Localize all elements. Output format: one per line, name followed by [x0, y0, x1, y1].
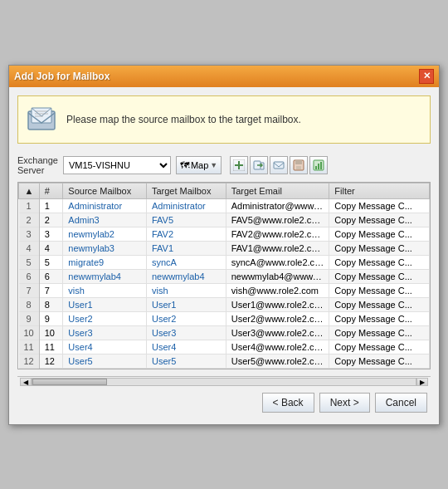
title-bar: Add Job for Mailbox ✕ — [9, 66, 439, 87]
row-target-mailbox: User4 — [146, 340, 226, 354]
row-index: 5 — [39, 255, 63, 269]
row-index: 6 — [39, 269, 63, 283]
toolbar-row: ExchangeServer VM15-VISHNU 🗺 Map ▼ — [17, 155, 431, 175]
row-target-mailbox: Administrator — [146, 198, 226, 213]
table-row[interactable]: 44newmylab3FAV1FAV1@www.role2.comCopy Me… — [19, 241, 430, 255]
close-button[interactable]: ✕ — [419, 69, 434, 84]
row-filter: Copy Message C... — [329, 325, 430, 340]
table-header-row: ▲ # Source Mailbox Target Mailbox Target… — [19, 183, 430, 198]
scroll-right-arrow[interactable]: ▶ — [416, 378, 428, 386]
row-index: 11 — [39, 340, 63, 354]
row-filter: Copy Message C... — [329, 340, 430, 354]
table-row[interactable]: 1212User5User5User5@www.role2.comCopy Me… — [19, 354, 430, 368]
row-index: 1 — [39, 198, 63, 213]
col-source: Source Mailbox — [63, 183, 147, 198]
table-row[interactable]: 1010User3User3User3@www.role2.comCopy Me… — [19, 325, 430, 340]
svg-rect-19 — [320, 162, 322, 169]
row-target-mailbox: User5 — [146, 354, 226, 368]
row-target-email: User3@www.role2.com — [226, 325, 329, 340]
scroll-thumb[interactable] — [32, 379, 107, 385]
table-row[interactable]: 11AdministratorAdministratorAdministrato… — [19, 198, 430, 213]
back-button[interactable]: < Back — [262, 393, 314, 413]
next-button[interactable]: Next > — [319, 393, 370, 413]
row-target-mailbox: newwmylab4 — [146, 269, 226, 283]
toolbar-icon-4[interactable] — [290, 156, 308, 174]
exchange-server-label: ExchangeServer — [17, 155, 58, 175]
row-filter: Copy Message C... — [329, 213, 430, 227]
dropdown-arrow-icon: ▼ — [210, 161, 217, 169]
col-email: Target Email — [226, 183, 329, 198]
table-row[interactable]: 22Admin3FAV5FAV5@www.role2.comCopy Messa… — [19, 213, 430, 227]
row-num: 7 — [19, 283, 40, 297]
table-row[interactable]: 33newmylab2FAV2FAV2@www.role2.comCopy Me… — [19, 227, 430, 241]
row-source-mailbox: Admin3 — [63, 213, 147, 227]
row-index: 8 — [39, 297, 63, 311]
horizontal-scrollbar[interactable]: ◀ ▶ — [17, 376, 431, 388]
toolbar-icon-2[interactable] — [250, 156, 268, 174]
col-sort: ▲ — [19, 183, 40, 198]
row-source-mailbox: newmylab3 — [63, 241, 147, 255]
row-target-mailbox: FAV5 — [146, 213, 226, 227]
table-row[interactable]: 77vishvishvish@www.role2.comCopy Message… — [19, 283, 430, 297]
row-source-mailbox: User5 — [63, 354, 147, 368]
col-num: # — [39, 183, 63, 198]
row-source-mailbox: User3 — [63, 325, 147, 340]
row-num: 6 — [19, 269, 40, 283]
row-source-mailbox: migrate9 — [63, 255, 147, 269]
row-filter: Copy Message C... — [329, 269, 430, 283]
row-target-mailbox: User1 — [146, 297, 226, 311]
row-num: 9 — [19, 311, 40, 325]
row-num: 4 — [19, 241, 40, 255]
row-source-mailbox: User2 — [63, 311, 147, 325]
table-row[interactable]: 1111User4User4User4@www.role2.comCopy Me… — [19, 340, 430, 354]
toolbar-icon-3[interactable] — [270, 156, 288, 174]
map-button[interactable]: 🗺 Map ▼ — [176, 156, 222, 174]
row-target-email: FAV2@www.role2.com — [226, 227, 329, 241]
row-target-email: vish@www.role2.com — [226, 283, 329, 297]
footer-row: < Back Next > Cancel — [17, 388, 431, 416]
row-index: 7 — [39, 283, 63, 297]
row-target-mailbox: FAV2 — [146, 227, 226, 241]
row-target-email: User5@www.role2.com — [226, 354, 329, 368]
row-filter: Copy Message C... — [329, 198, 430, 213]
scroll-track[interactable] — [32, 378, 416, 386]
mailbox-table: ▲ # Source Mailbox Target Mailbox Target… — [18, 183, 430, 369]
row-index: 2 — [39, 213, 63, 227]
table-row[interactable]: 88User1User1User1@www.role2.comCopy Mess… — [19, 297, 430, 311]
row-num: 5 — [19, 255, 40, 269]
table-row[interactable]: 99User2User2User2@www.role2.comCopy Mess… — [19, 311, 430, 325]
row-num: 10 — [19, 325, 40, 340]
row-target-email: syncA@www.role2.com — [226, 255, 329, 269]
row-index: 3 — [39, 227, 63, 241]
window-title: Add Job for Mailbox — [14, 71, 110, 82]
svg-rect-18 — [318, 164, 319, 169]
row-target-email: FAV5@www.role2.com — [226, 213, 329, 227]
row-source-mailbox: User4 — [63, 340, 147, 354]
row-num: 11 — [19, 340, 40, 354]
row-index: 12 — [39, 354, 63, 368]
row-target-mailbox: vish — [146, 283, 226, 297]
row-source-mailbox: vish — [63, 283, 147, 297]
toolbar-icons — [230, 156, 328, 174]
row-num: 12 — [19, 354, 40, 368]
exchange-server-select[interactable]: VM15-VISHNU — [63, 156, 171, 174]
table-row[interactable]: 55migrate9syncAsyncA@www.role2.comCopy M… — [19, 255, 430, 269]
scroll-left-arrow[interactable]: ◀ — [20, 378, 32, 386]
row-source-mailbox: newmylab2 — [63, 227, 147, 241]
svg-rect-15 — [296, 166, 301, 169]
row-target-email: newwmylab4@www.role2.c... — [226, 269, 329, 283]
row-target-email: FAV1@www.role2.com — [226, 241, 329, 255]
row-target-email: User4@www.role2.com — [226, 340, 329, 354]
cancel-button[interactable]: Cancel — [375, 393, 427, 413]
row-index: 9 — [39, 311, 63, 325]
row-target-mailbox: User3 — [146, 325, 226, 340]
table-row[interactable]: 66newwmylab4newwmylab4newwmylab4@www.rol… — [19, 269, 430, 283]
row-num: 2 — [19, 213, 40, 227]
toolbar-icon-5[interactable] — [309, 156, 328, 174]
row-index: 10 — [39, 325, 63, 340]
toolbar-icon-1[interactable] — [230, 156, 248, 174]
window-body: Please map the source mailbox to the tar… — [9, 87, 439, 424]
row-target-mailbox: User2 — [146, 311, 226, 325]
row-num: 1 — [19, 198, 40, 213]
row-target-mailbox: syncA — [146, 255, 226, 269]
